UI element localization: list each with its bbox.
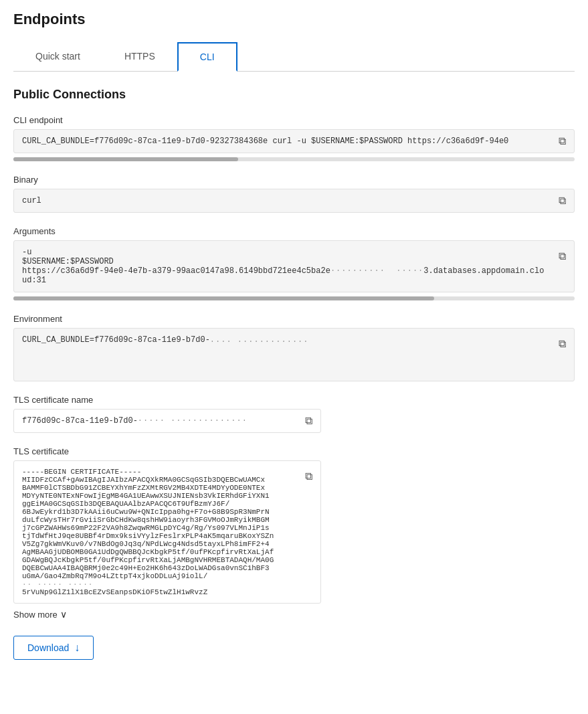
cli-endpoint-scrollbar-track[interactable] (13, 157, 575, 161)
tabs-container: Quick start HTTPS CLI (13, 41, 575, 72)
tls-cert-label: TLS certificate (13, 446, 575, 456)
cli-endpoint-group: CLI endpoint CURL_CA_BUNDLE=f776d09c-87c… (13, 115, 575, 161)
tls-cert-name-group: TLS certificate name f776d09c-87ca-11e9-… (13, 395, 575, 433)
environment-box: CURL_CA_BUNDLE=f776d09c-87ca-11e9-b7d0-.… (13, 328, 575, 381)
tab-quickstart[interactable]: Quick start (13, 42, 102, 72)
tls-cert-name-copy-button[interactable]: ⧉ (302, 412, 315, 430)
binary-label: Binary (13, 175, 575, 185)
tls-cert-name-label: TLS certificate name (13, 395, 575, 405)
tab-cli[interactable]: CLI (177, 42, 237, 72)
binary-copy-button[interactable]: ⧉ (556, 192, 569, 209)
cli-endpoint-copy-button[interactable]: ⧉ (556, 132, 569, 150)
section-title: Public Connections (13, 88, 575, 102)
copy-icon: ⧉ (559, 195, 566, 206)
copy-icon: ⧉ (559, 135, 566, 147)
download-arrow-icon: ↓ (74, 642, 80, 654)
tls-cert-name-box: f776d09c-87ca-11e9-b7d0-····· ··········… (13, 409, 321, 433)
tab-https[interactable]: HTTPS (102, 42, 177, 72)
environment-value: CURL_CA_BUNDLE=f776d09c-87ca-11e9-b7d0-.… (22, 335, 308, 345)
tls-cert-name-value: f776d09c-87ca-11e9-b7d0-····· ··········… (22, 416, 248, 426)
show-more-label: Show more (13, 610, 58, 620)
environment-label: Environment (13, 314, 575, 324)
cli-endpoint-value: CURL_CA_BUNDLE=f776d09c-87ca-11e9-b7d0-9… (22, 137, 508, 146)
cli-endpoint-label: CLI endpoint (13, 115, 575, 125)
tls-cert-copy-button[interactable]: ⧉ (302, 468, 315, 485)
copy-icon: ⧉ (559, 338, 566, 349)
binary-group: Binary curl ⧉ (13, 175, 575, 213)
copy-icon: ⧉ (559, 250, 566, 262)
environment-group: Environment CURL_CA_BUNDLE=f776d09c-87ca… (13, 314, 575, 381)
binary-value: curl (22, 196, 41, 205)
tls-cert-last-line: 5rVuNp9GlZ1lX1BcEZvSEanpsDKiOF5twZlH1wRv… (22, 588, 207, 596)
tls-cert-dots: ·· ····· ····· (22, 580, 93, 588)
arguments-group: Arguments -u $USERNAME:$PASSWORD https:/… (13, 226, 575, 300)
section-public-connections: Public Connections CLI endpoint CURL_CA_… (13, 88, 575, 660)
download-button[interactable]: Download ↓ (13, 636, 94, 660)
tls-cert-group: TLS certificate -----BEGIN CERTIFICATE--… (13, 446, 575, 620)
copy-icon: ⧉ (305, 415, 312, 426)
arguments-scrollbar-thumb (13, 296, 434, 300)
page-title: Endpoints (13, 11, 575, 28)
tls-cert-value: -----BEGIN CERTIFICATE----- MIIDFzCCAf+g… (22, 468, 294, 580)
copy-icon: ⧉ (305, 470, 312, 482)
cli-endpoint-scrollbar-thumb (13, 157, 238, 161)
chevron-down-icon: ∨ (60, 609, 67, 620)
arguments-value: -u $USERNAME:$PASSWORD https://c36a6d9f-… (22, 248, 547, 285)
arguments-label: Arguments (13, 226, 575, 236)
arguments-scrollbar-track[interactable] (13, 296, 575, 300)
download-label: Download (27, 642, 69, 653)
arguments-box: -u $USERNAME:$PASSWORD https://c36a6d9f-… (13, 240, 575, 292)
show-more-button[interactable]: Show more ∨ (13, 609, 575, 620)
arguments-copy-button[interactable]: ⧉ (556, 248, 569, 265)
binary-box: curl ⧉ (13, 189, 575, 213)
cli-endpoint-box: CURL_CA_BUNDLE=f776d09c-87ca-11e9-b7d0-9… (13, 129, 575, 153)
tls-cert-box: -----BEGIN CERTIFICATE----- MIIDFzCCAf+g… (13, 460, 321, 604)
environment-copy-button[interactable]: ⧉ (556, 335, 569, 353)
